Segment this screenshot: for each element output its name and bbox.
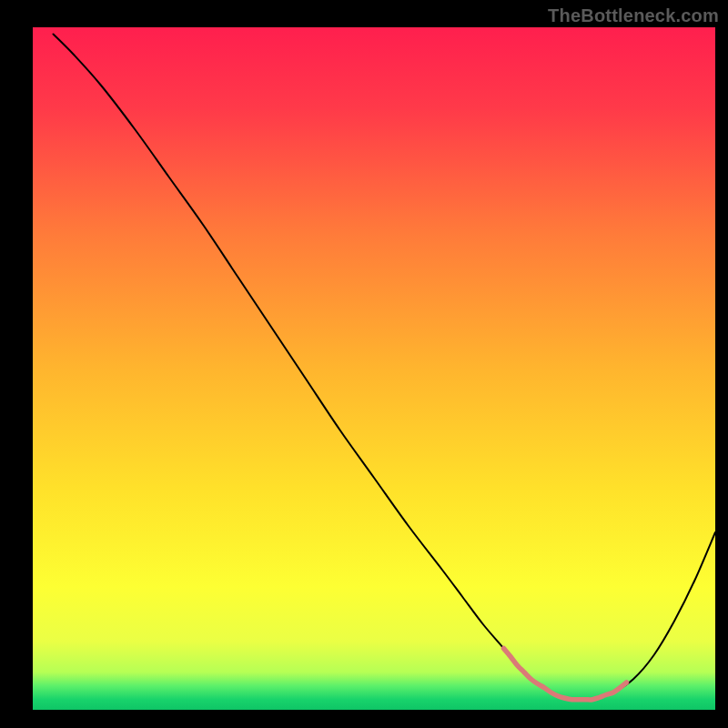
chart-stage: TheBottleneck.com (0, 0, 728, 728)
bottleneck-chart (0, 0, 728, 728)
watermark-label: TheBottleneck.com (548, 5, 719, 26)
